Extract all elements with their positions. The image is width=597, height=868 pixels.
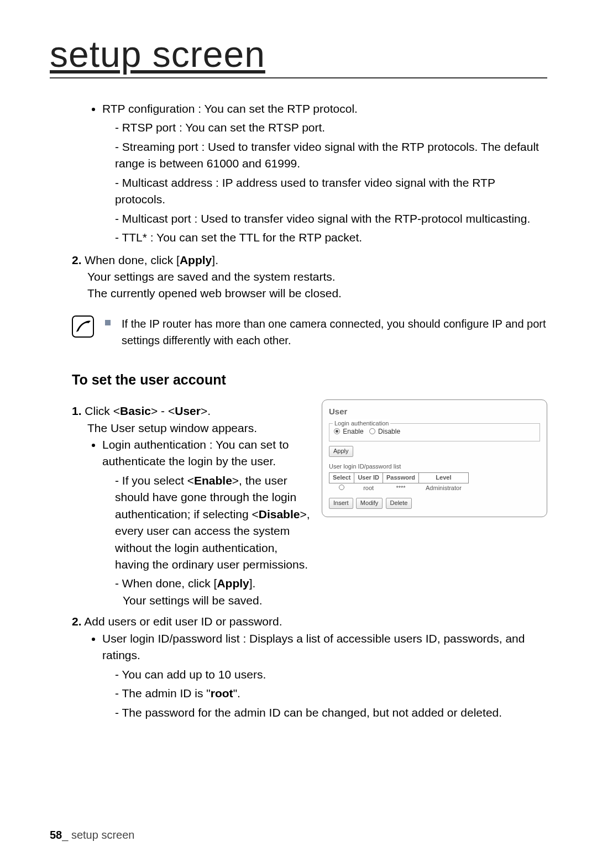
footer-text: setup screen [71,829,135,841]
apply-label: Apply [180,254,212,266]
ua-step-1: 1. Click <Basic> - <User>. [72,403,311,419]
delete-button[interactable]: Delete [386,498,412,509]
insert-button[interactable]: Insert [329,498,353,509]
row-level: Administrator [418,483,468,493]
disable-label: Disable [259,508,300,520]
login-auth-fieldset: Login authentication Enable Disable [329,423,540,441]
table-row[interactable]: root **** Administrator [329,483,469,493]
step-2: 2. When done, click [Apply]. [72,252,547,269]
ua-dash2-b: ]. [249,577,256,590]
ua-step-1-line2: The User setup window appears. [87,420,311,436]
login-auth-legend: Login authentication [333,419,390,428]
panel-title: User [329,406,540,418]
col-password: Password [383,473,418,483]
user-list-fieldset: User login ID/password list Select User … [329,462,540,493]
ua-dash2-line2: Your settings will be saved. [123,592,547,609]
col-userid: User ID [354,473,383,483]
note-icon [72,315,94,338]
ua-step-1-a: Click < [85,404,120,417]
rtp-intro: RTP configuration : You can set the RTP … [102,101,547,117]
step-2-line2: Your settings are saved and the system r… [87,269,547,285]
ua-step-1-mid: > - < [151,404,175,417]
page-footer: 58_ setup screen [50,829,134,841]
ua-bullet-2: User login ID/password list : Displays a… [102,630,547,664]
enable-label: Enable [194,474,232,487]
radio-disable-label: Disable [378,428,400,435]
ua-step-1-num: 1. [72,404,82,417]
rtp-item-4: TTL* : You can set the TTL for the RTP p… [115,229,547,246]
ua-sub-b: The admin ID is "root". [115,685,547,702]
col-level: Level [418,473,468,483]
note-bullet-icon [105,320,111,325]
user-settings-panel: User Login authentication Enable Disable… [322,399,547,517]
row-password: **** [383,483,418,493]
row-select-radio[interactable] [339,485,344,490]
basic-label: Basic [120,404,151,417]
subheading-user-account: To set the user account [72,370,547,390]
rtp-item-3: Multicast port : Used to transfer video … [115,211,547,227]
ua-step-2: 2. Add users or edit user ID or password… [72,613,547,630]
ua-sub-a: You can add up to 10 users. [115,666,547,683]
ua-bullet-list-1: Login authentication : You can set to au… [102,436,311,470]
ua-sub-items: You can add up to 10 users. The admin ID… [115,666,547,721]
ua-bullet-1: Login authentication : You can set to au… [102,436,311,470]
ua-bullet-list-2: User login ID/password list : Displays a… [102,630,547,664]
step-2-line3: The currently opened web browser will be… [87,285,547,302]
user-label: User [175,404,201,417]
page-number: 58 [50,829,62,841]
footer-sep: _ [62,829,71,841]
ua-step-2-num: 2. [72,615,82,628]
user-list-legend: User login ID/password list [329,462,540,471]
rtp-bullet-list: RTP configuration : You can set the RTP … [102,101,547,117]
apply-label-2: Apply [217,577,249,590]
content-area: RTP configuration : You can set the RTP … [50,101,547,721]
page-title: setup screen [50,33,547,78]
rtp-item-1: Streaming port : Used to transfer video … [115,139,547,172]
svg-rect-0 [72,316,93,337]
radio-enable-label: Enable [343,428,363,435]
ua-step-1-b: >. [201,404,211,417]
note-row: If the IP router has more than one camer… [72,315,547,349]
step-2-num: 2. [72,254,82,266]
ua-dash-1: - If you select <Enable>, the user shoul… [115,472,311,574]
user-table: Select User ID Password Level root **** … [329,472,469,493]
table-header-row: Select User ID Password Level [329,473,469,483]
ua-dash-2: - When done, click [Apply]. Your setting… [115,575,547,609]
rtp-item-2: Multicast address : IP address used to t… [115,175,547,208]
rtp-sub-list: RTSP port : You can set the RTSP port. S… [115,119,547,246]
ua-dash1-a: If you select < [122,474,194,487]
note-text: If the IP router has more than one camer… [122,315,547,349]
ua-step-2-text: Add users or edit user ID or password. [84,615,282,628]
ua-sub-b-post: ". [233,687,240,699]
ua-dash2-a: When done, click [ [122,577,217,590]
apply-button[interactable]: Apply [329,446,353,457]
radio-enable[interactable] [334,428,340,434]
radio-disable[interactable] [369,428,375,434]
rtp-item-0: RTSP port : You can set the RTSP port. [115,119,547,136]
row-userid: root [354,483,383,493]
step-2-text-b: ]. [212,254,218,266]
ua-sub-c: The password for the admin ID can be cha… [115,704,547,721]
col-select: Select [329,473,354,483]
root-label: root [211,687,233,699]
step-2-text-a: When done, click [ [85,254,180,266]
modify-button[interactable]: Modify [356,498,383,509]
ua-sub-b-pre: The admin ID is " [122,687,210,699]
